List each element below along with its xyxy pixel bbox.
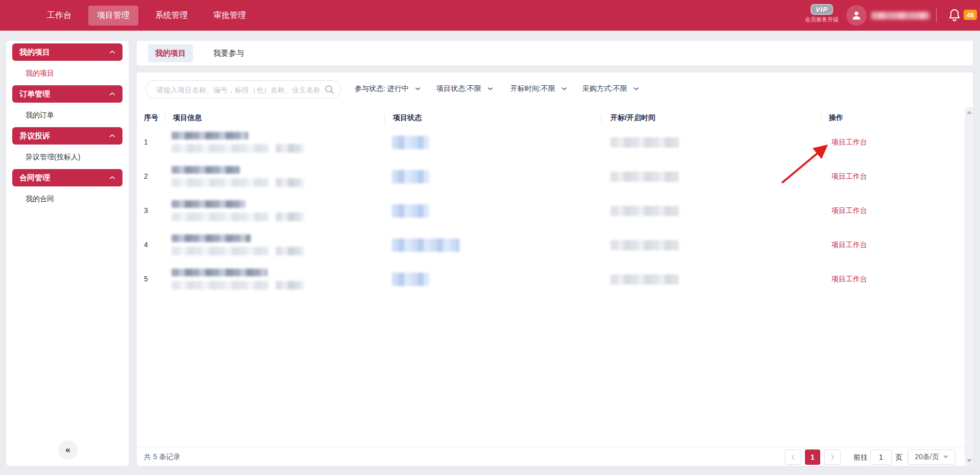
header-divider — [384, 114, 385, 123]
project-info-redacted — [172, 132, 304, 153]
tab-want-to-participate[interactable]: 我要参与 — [206, 44, 251, 62]
total-records-text: 共 5 条记录 — [144, 453, 181, 462]
nav-item-approval-management[interactable]: 审批管理 — [205, 6, 255, 26]
content-panel: 参与状态: 进行中 项目状态:不限 开标时间:不限 采购方式:不限 序号 项目信… — [137, 73, 973, 466]
sidebar-item-objection-management[interactable]: 异议管理(投标人) — [6, 147, 129, 167]
sidebar-group-label: 订单管理 — [19, 89, 50, 99]
sidebar-item-my-contracts[interactable]: 我的合同 — [6, 189, 129, 208]
chevron-right-icon — [830, 454, 835, 460]
status-badge-redacted — [392, 239, 459, 252]
row-index: 3 — [144, 206, 164, 215]
next-page-button[interactable] — [824, 449, 841, 465]
sidebar-group-contract-management[interactable]: 合同管理 — [12, 169, 122, 186]
vip-icon: VIP — [811, 4, 833, 15]
row-index: 4 — [144, 241, 164, 249]
prev-page-button[interactable] — [785, 449, 801, 465]
chevron-up-icon — [109, 176, 115, 180]
status-badge-redacted — [392, 136, 429, 149]
vip-caption: 会员服务升级 — [801, 16, 842, 23]
opening-time-redacted — [610, 206, 679, 216]
filter-label: 开标时间:不限 — [510, 84, 555, 92]
header-divider — [601, 114, 601, 123]
project-info-redacted — [172, 200, 304, 221]
username-redacted[interactable] — [871, 12, 929, 19]
project-info-redacted — [172, 269, 304, 290]
goto-page-input[interactable] — [870, 449, 892, 465]
filter-label: 采购方式:不限 — [582, 84, 627, 92]
search-box — [145, 80, 341, 99]
app-screen: 工作台 项目管理 系统管理 审批管理 VIP 会员服务升级 — [0, 0, 980, 475]
nav-item-project-management[interactable]: 项目管理 — [88, 6, 138, 26]
page-size-select[interactable]: 20条/页 — [908, 449, 955, 465]
header-divider — [165, 114, 165, 123]
user-avatar[interactable] — [846, 5, 867, 26]
project-workbench-link[interactable]: 项目工作台 — [831, 172, 867, 181]
opening-time-redacted — [610, 172, 679, 182]
column-project-status: 项目状态 — [393, 113, 422, 123]
search-input[interactable] — [155, 81, 321, 99]
table-row: 4 项目工作台 — [137, 228, 965, 263]
caret-down-icon — [943, 456, 948, 459]
filter-participation-status[interactable]: 参与状态: 进行中 — [355, 84, 421, 93]
goto-page-unit: 页 — [895, 453, 902, 462]
search-icon[interactable] — [325, 85, 334, 94]
nav-item-workbench[interactable]: 工作台 — [38, 6, 80, 26]
project-workbench-link[interactable]: 项目工作台 — [831, 138, 867, 147]
toolbar: 参与状态: 进行中 项目状态:不限 开标时间:不限 采购方式:不限 — [137, 80, 973, 99]
opening-time-redacted — [610, 274, 679, 284]
project-workbench-link[interactable]: 项目工作台 — [831, 206, 867, 216]
sidebar-group-label: 合同管理 — [19, 173, 50, 183]
top-navbar: 工作台 项目管理 系统管理 审批管理 VIP 会员服务升级 — [0, 0, 980, 31]
sidebar-collapse-button[interactable]: « — [58, 440, 78, 460]
sidebar-item-my-projects[interactable]: 我的项目 — [6, 63, 129, 83]
sidebar-item-my-orders[interactable]: 我的订单 — [6, 105, 129, 125]
nav-item-system-management[interactable]: 系统管理 — [146, 6, 197, 26]
column-index: 序号 — [144, 113, 158, 123]
filter-project-status[interactable]: 项目状态:不限 — [436, 84, 493, 93]
chevron-up-icon — [109, 134, 115, 138]
chevron-up-icon — [109, 92, 115, 96]
table-row: 3 项目工作台 — [137, 194, 965, 228]
chevron-down-icon — [487, 87, 493, 90]
project-workbench-link[interactable]: 项目工作台 — [831, 241, 867, 250]
page-number-button[interactable]: 1 — [805, 449, 820, 465]
vertical-scrollbar[interactable] — [965, 107, 973, 466]
column-opening-time: 开标/开启时间 — [610, 113, 655, 123]
sidebar-group-order-management[interactable]: 订单管理 — [12, 85, 122, 103]
row-index: 5 — [144, 275, 164, 283]
notification-bell-icon[interactable] — [948, 9, 961, 22]
table-row: 1 项目工作台 — [137, 126, 965, 160]
scrollbar-down-icon[interactable] — [967, 459, 972, 462]
status-badge-redacted — [392, 204, 429, 218]
sidebar-group-label: 我的项目 — [19, 48, 50, 57]
chevron-left-icon — [791, 454, 796, 460]
chevron-up-icon — [109, 50, 115, 54]
opening-time-redacted — [610, 137, 679, 148]
column-project-info: 项目信息 — [173, 113, 202, 123]
page-tabs: 我的项目 我要参与 — [137, 41, 973, 65]
person-icon — [851, 10, 862, 21]
main-nav: 工作台 项目管理 系统管理 审批管理 — [38, 6, 255, 26]
navbar-divider — [936, 8, 937, 22]
page-size-value: 20条/页 — [915, 453, 939, 462]
sidebar-group-my-projects[interactable]: 我的项目 — [12, 43, 122, 61]
chevron-down-icon — [561, 87, 567, 90]
tab-my-projects[interactable]: 我的项目 — [148, 44, 193, 62]
notification-count-badge[interactable]: 46 — [964, 10, 977, 20]
status-badge-redacted — [392, 170, 429, 183]
table-footer: 共 5 条记录 1 前往 页 20条/页 — [137, 447, 965, 466]
goto-page-label: 前往 — [853, 453, 868, 462]
row-index: 2 — [144, 172, 164, 180]
project-info-redacted — [172, 166, 304, 187]
project-workbench-link[interactable]: 项目工作台 — [831, 275, 867, 284]
vip-upgrade[interactable]: VIP 会员服务升级 — [801, 4, 842, 23]
sidebar: 我的项目 我的项目 订单管理 我的订单 异议投诉 异议管理(投标人) 合同管理 … — [6, 41, 129, 466]
column-actions: 操作 — [829, 113, 843, 123]
project-info-redacted — [172, 234, 304, 255]
filter-bid-opening-time[interactable]: 开标时间:不限 — [510, 84, 567, 93]
filter-procurement-method[interactable]: 采购方式:不限 — [582, 84, 639, 93]
table-header: 序号 项目信息 项目状态 开标/开启时间 操作 — [137, 111, 965, 126]
scrollbar-up-icon[interactable] — [967, 111, 972, 114]
filter-label: 参与状态: 进行中 — [355, 84, 409, 92]
sidebar-group-objection-complaint[interactable]: 异议投诉 — [12, 127, 122, 145]
